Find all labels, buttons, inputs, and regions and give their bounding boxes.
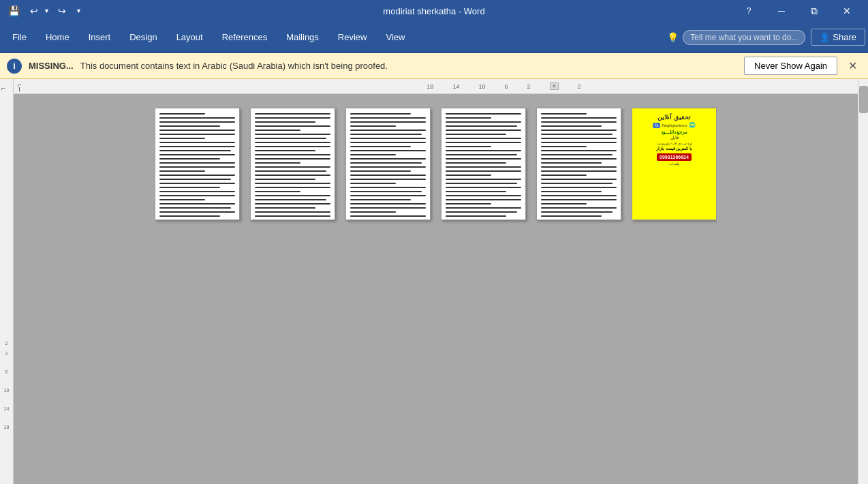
text-line [159,142,235,143]
text-line [255,207,315,209]
text-line [159,130,235,131]
text-line [541,199,617,200]
text-line [255,175,330,176]
text-line [159,170,205,172]
tab-layout[interactable]: Layout [167,27,213,48]
text-line [541,125,602,127]
text-line [350,179,426,180]
ad-title: تحقیق آنلاین [657,114,691,121]
missing-label: MISSING... [29,61,74,71]
text-line [541,154,613,155]
customize-icon[interactable]: ▼ [76,7,82,14]
pages-row: تحقیق آنلاین Ta Tahghighonline.ir 🌐 مرجع… [155,108,717,220]
undo-icon[interactable]: ↩ [26,3,42,19]
scrollbar-thumb[interactable] [859,86,868,113]
share-button[interactable]: 👤 Share [811,29,865,46]
search-input[interactable] [683,30,805,45]
ruler-numbers: 18 14 10 6 2 ✕ 2 [14,82,858,90]
text-line [255,179,315,180]
ad-site-logo: Ta [653,123,660,128]
tab-mailings[interactable]: Mailings [277,27,328,48]
text-line [159,158,220,160]
text-line [350,183,396,184]
title-bar-left: 💾 ↩ ▼ ↪ ▼ [5,3,82,19]
text-line [255,134,330,135]
info-close-button[interactable]: ✕ [844,58,861,74]
text-line [255,170,326,172]
ruler-mark-6: 6 [5,369,8,374]
text-line [350,117,426,119]
ad-emoji: 🌐 [689,122,696,128]
ad-phone: 09981366624 [657,153,692,161]
ruler-cursor-left: ⌐ [1,85,5,92]
text-line [541,158,617,160]
vertical-ruler: 2 2 6 10 14 18 ⌐ [0,79,14,484]
page-5-content [537,108,621,220]
vertical-scrollbar[interactable] [858,79,868,484]
text-line [255,220,300,220]
tab-view[interactable]: View [376,27,414,48]
tab-references[interactable]: References [213,27,277,48]
tab-insert[interactable]: Insert [79,27,121,48]
page-thumbnail-1 [155,108,240,220]
text-line [541,150,617,151]
text-line [255,211,330,213]
ruler-num-2b: 2 [578,83,581,90]
text-line [159,154,235,155]
text-line [446,187,521,188]
undo-dropdown-icon[interactable]: ▼ [44,7,50,14]
page-thumbnail-2 [250,108,335,220]
info-icon: i [7,59,22,74]
document-area[interactable]: ⌐ 18 14 10 6 2 ✕ 2 [14,79,858,484]
text-line [350,158,426,160]
page-1-content [155,108,239,220]
text-line [541,215,602,217]
minimize-button[interactable]: ─ [766,0,797,22]
text-line [159,146,235,147]
ribbon: File Home Insert Design Layout Reference… [0,22,868,53]
ad-site-name: Tahghighonline.ir [662,123,687,127]
text-line [446,191,506,192]
never-show-button[interactable]: Never Show Again [744,57,837,75]
text-line [255,199,326,200]
close-button[interactable]: ✕ [831,0,863,22]
text-line [255,113,330,115]
text-line [255,187,330,188]
text-line [255,125,330,127]
info-message: This document contains text in Arabic (S… [80,61,737,71]
text-line [541,121,617,123]
tab-review[interactable]: Review [328,27,377,48]
ad-tagline: با کمترین قیمت بازار [656,146,692,151]
title-bar: 💾 ↩ ▼ ↪ ▼ modiriat sherkatha - Word ? ─ … [0,0,868,22]
text-line [159,203,235,205]
text-line [159,191,235,192]
redo-icon[interactable]: ↪ [54,3,70,19]
text-line [446,195,521,196]
ruler-mark-2a: 2 [5,341,8,346]
tab-design[interactable]: Design [120,27,166,48]
text-line [159,215,220,217]
text-line [159,179,231,180]
page-thumbnail-3 [345,108,431,220]
text-line [159,187,220,188]
info-bar: i MISSING... This document contains text… [0,53,868,79]
document-title: modiriat sherkatha - Word [383,6,484,16]
text-line [446,158,521,160]
text-line [255,215,330,217]
text-line [350,187,426,188]
ad-phone-suffix: وانساب [669,162,679,166]
save-icon[interactable]: 💾 [5,3,22,19]
text-line [446,179,521,180]
help-icon[interactable]: ? [733,0,764,22]
restore-button[interactable]: ⧉ [799,0,830,22]
page-thumbnail-6: تحقیق آنلاین Ta Tahghighonline.ir 🌐 مرجع… [632,108,717,220]
text-line [350,166,426,168]
tab-file[interactable]: File [3,27,36,48]
text-line [350,175,426,176]
text-line [350,195,426,196]
text-line [446,154,517,155]
tab-home[interactable]: Home [36,27,79,48]
text-line [255,203,330,205]
text-line [541,175,587,176]
text-line [255,130,300,131]
